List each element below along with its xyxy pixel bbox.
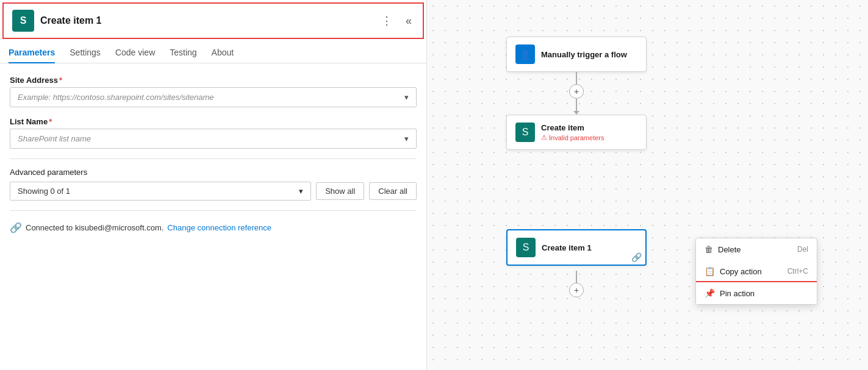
required-star: * xyxy=(59,76,62,85)
connector-1: + xyxy=(569,72,584,115)
delete-menu-item[interactable]: 🗑 Delete Del xyxy=(696,238,817,260)
tab-testing[interactable]: Testing xyxy=(170,41,196,63)
tab-code-view[interactable]: Code view xyxy=(115,41,155,63)
line-3 xyxy=(576,271,577,283)
trigger-node[interactable]: 👤 Manually trigger a flow xyxy=(506,37,647,72)
link-icon: 🔗 xyxy=(631,252,642,262)
create-item-1-node[interactable]: S Create item 1 🔗 xyxy=(506,229,647,266)
site-address-group: Site Address* Example: https://contoso.s… xyxy=(10,76,417,107)
connector-2: + xyxy=(569,271,584,297)
tab-about[interactable]: About xyxy=(212,41,234,63)
connection-icon: 🔗 xyxy=(10,222,22,233)
left-panel: S Create item 1 ⋮ « Parameters Settings … xyxy=(0,0,427,370)
tab-parameters[interactable]: Parameters xyxy=(9,41,55,63)
add-step-button-1[interactable]: + xyxy=(569,84,584,99)
chevron-down-icon: ▾ xyxy=(404,93,409,102)
tabs-bar: Parameters Settings Code view Testing Ab… xyxy=(0,41,426,63)
create-item-icon: S xyxy=(515,123,535,142)
chevron-down-icon-2: ▾ xyxy=(404,134,409,143)
context-menu: 🗑 Delete Del 📋 Copy action Ctrl+C 📌 Pin … xyxy=(695,238,817,305)
create-item-node[interactable]: S Create item ⚠ Invalid parameters xyxy=(506,115,647,150)
advanced-row: Showing 0 of 1 ▾ Show all Clear all xyxy=(10,182,417,201)
create-item-1-title: Create item 1 xyxy=(542,243,637,252)
site-address-dropdown[interactable]: Example: https://contoso.sharepoint.com/… xyxy=(10,87,417,107)
delete-left: 🗑 Delete xyxy=(705,244,741,254)
create-item-1-content: Create item 1 xyxy=(542,243,637,252)
pin-action-menu-item[interactable]: 📌 Pin action xyxy=(696,282,817,304)
divider-1 xyxy=(10,158,417,159)
pin-left: 📌 Pin action xyxy=(705,288,755,298)
list-name-label: List Name* xyxy=(10,117,417,126)
pin-icon: 📌 xyxy=(705,288,715,298)
header-actions: ⋮ « xyxy=(379,13,414,29)
list-name-dropdown[interactable]: SharePoint list name ▾ xyxy=(10,129,417,149)
line-1 xyxy=(576,72,577,84)
add-step-button-2[interactable]: + xyxy=(569,283,584,297)
flow-container: 👤 Manually trigger a flow + S Create ite… xyxy=(506,37,647,297)
tab-settings[interactable]: Settings xyxy=(70,41,101,63)
more-options-button[interactable]: ⋮ xyxy=(379,13,395,29)
connection-text: Connected to kisubedi@microsoft.com. xyxy=(26,223,163,232)
collapse-button[interactable]: « xyxy=(403,13,414,29)
create-item-title: Create item xyxy=(541,123,637,132)
copy-action-menu-item[interactable]: 📋 Copy action Ctrl+C xyxy=(696,260,817,282)
site-address-label: Site Address* xyxy=(10,76,417,85)
show-all-button[interactable]: Show all xyxy=(316,182,364,200)
header-left: S Create item 1 xyxy=(12,10,102,32)
advanced-label: Advanced parameters xyxy=(10,168,417,177)
clear-all-button[interactable]: Clear all xyxy=(369,182,417,200)
create-item-content: Create item ⚠ Invalid parameters xyxy=(541,123,637,141)
panel-title: Create item 1 xyxy=(40,15,102,26)
invalid-params-error: ⚠ Invalid parameters xyxy=(541,133,637,141)
advanced-section: Advanced parameters Showing 0 of 1 ▾ Sho… xyxy=(10,168,417,201)
copy-icon: 📋 xyxy=(705,266,715,276)
connection-row: 🔗 Connected to kisubedi@microsoft.com. C… xyxy=(10,222,417,233)
line-2 xyxy=(576,99,577,111)
chevron-down-icon-3: ▾ xyxy=(299,187,303,196)
copy-shortcut: Ctrl+C xyxy=(787,267,808,276)
form-content: Site Address* Example: https://contoso.s… xyxy=(0,63,426,370)
showing-dropdown[interactable]: Showing 0 of 1 ▾ xyxy=(10,182,311,201)
warning-icon: ⚠ xyxy=(541,133,547,141)
trigger-content: Manually trigger a flow xyxy=(541,50,637,59)
delete-icon: 🗑 xyxy=(705,244,713,254)
header-bar: S Create item 1 ⋮ « xyxy=(2,2,424,39)
create-item-1-icon: S xyxy=(516,238,536,257)
list-name-group: List Name* SharePoint list name ▾ xyxy=(10,117,417,149)
copy-left: 📋 Copy action xyxy=(705,266,762,276)
required-star-2: * xyxy=(49,117,52,126)
change-connection-link[interactable]: Change connection reference xyxy=(167,223,271,232)
create-item-1-wrapper: S Create item 1 🔗 xyxy=(506,229,647,266)
trigger-icon: 👤 xyxy=(515,44,535,64)
sharepoint-icon: S xyxy=(12,10,34,32)
delete-shortcut: Del xyxy=(797,245,808,254)
divider-2 xyxy=(10,210,417,211)
trigger-title: Manually trigger a flow xyxy=(541,50,637,59)
canvas-panel: 👤 Manually trigger a flow + S Create ite… xyxy=(427,0,868,370)
